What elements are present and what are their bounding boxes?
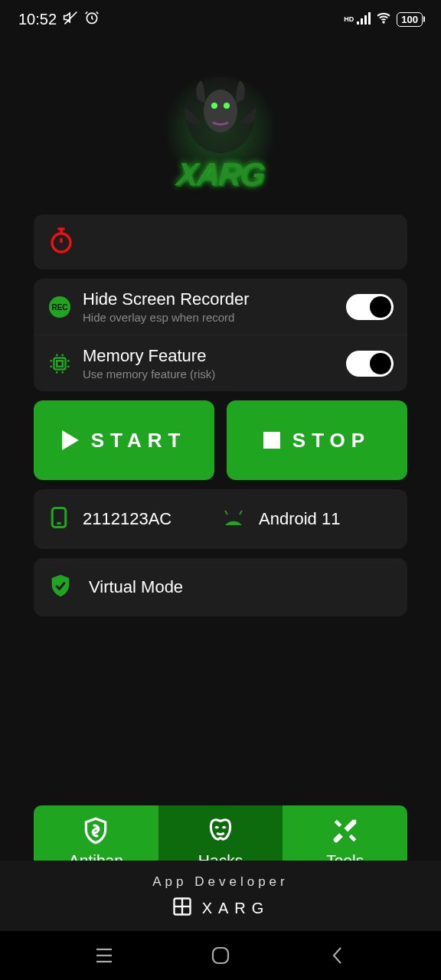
svg-point-8 bbox=[204, 90, 237, 132]
system-navbar bbox=[0, 931, 441, 980]
svg-rect-14 bbox=[54, 358, 66, 369]
shield-check-icon bbox=[47, 572, 74, 603]
back-button[interactable] bbox=[325, 944, 348, 967]
hide-recorder-title: Hide Screen Recorder bbox=[83, 289, 335, 309]
stopwatch-icon bbox=[47, 227, 75, 257]
timer-card bbox=[34, 214, 407, 270]
logo-character bbox=[175, 69, 266, 161]
chip-icon bbox=[47, 351, 72, 376]
rec-icon: REC bbox=[47, 295, 72, 319]
device-os: Android 11 bbox=[259, 509, 340, 529]
grid-icon bbox=[172, 896, 193, 920]
virtual-mode-label: Virtual Mode bbox=[89, 577, 183, 597]
toggles-card: REC Hide Screen Recorder Hide overlay es… bbox=[34, 279, 407, 391]
svg-rect-15 bbox=[57, 361, 63, 367]
android-icon bbox=[220, 508, 247, 530]
memory-feature-row: Memory Feature Use memory feature (risk) bbox=[34, 335, 407, 391]
svg-point-20 bbox=[236, 518, 238, 521]
hide-recorder-toggle[interactable] bbox=[346, 294, 394, 320]
tools-icon bbox=[331, 816, 360, 845]
svg-line-0 bbox=[65, 11, 77, 24]
svg-point-10 bbox=[224, 103, 230, 109]
device-model: 2112123AC bbox=[83, 509, 172, 529]
footer: App Developer XARG bbox=[0, 861, 441, 931]
svg-rect-16 bbox=[263, 432, 280, 449]
svg-rect-3 bbox=[361, 18, 363, 24]
memory-feature-sub: Use memory feature (risk) bbox=[83, 368, 335, 381]
hide-recorder-row: REC Hide Screen Recorder Hide overlay es… bbox=[34, 279, 407, 335]
start-button[interactable]: START bbox=[34, 400, 214, 480]
memory-feature-title: Memory Feature bbox=[83, 346, 335, 366]
stop-icon bbox=[263, 432, 280, 449]
footer-brand: XARG bbox=[202, 900, 270, 917]
memory-feature-toggle[interactable] bbox=[346, 351, 394, 377]
battery-indicator: 100 bbox=[397, 12, 423, 27]
virtual-mode-card: Virtual Mode bbox=[34, 558, 407, 616]
svg-point-6 bbox=[384, 21, 385, 23]
svg-rect-2 bbox=[357, 21, 359, 24]
stop-label: STOP bbox=[292, 429, 371, 452]
hide-recorder-sub: Hide overlay esp when record bbox=[83, 311, 335, 324]
phone-icon bbox=[47, 503, 70, 535]
svg-point-9 bbox=[211, 103, 217, 109]
stop-button[interactable]: STOP bbox=[227, 400, 407, 480]
alarm-icon bbox=[84, 10, 100, 29]
svg-line-22 bbox=[240, 511, 242, 514]
mask-icon bbox=[206, 816, 235, 845]
signal-icon bbox=[357, 11, 371, 28]
svg-line-21 bbox=[225, 511, 227, 514]
svg-rect-29 bbox=[213, 948, 228, 963]
wifi-icon bbox=[375, 11, 392, 28]
hd-badge: HD bbox=[344, 15, 354, 23]
footer-title: App Developer bbox=[0, 874, 441, 890]
svg-text:REC: REC bbox=[51, 303, 67, 312]
device-info-card: 2112123AC Android 11 bbox=[34, 489, 407, 549]
svg-rect-5 bbox=[368, 12, 371, 24]
logo-text: XARG bbox=[175, 156, 266, 193]
shield-link-icon bbox=[81, 816, 110, 845]
mute-icon bbox=[63, 10, 78, 29]
play-icon bbox=[62, 430, 79, 450]
recent-apps-button[interactable] bbox=[93, 944, 116, 967]
clock: 10:52 bbox=[18, 11, 57, 28]
home-button[interactable] bbox=[209, 944, 232, 967]
app-logo: XARG bbox=[0, 38, 441, 214]
svg-point-19 bbox=[228, 518, 230, 521]
svg-rect-4 bbox=[364, 15, 367, 24]
status-bar: 10:52 HD 100 bbox=[0, 0, 441, 38]
start-label: START bbox=[91, 429, 187, 452]
